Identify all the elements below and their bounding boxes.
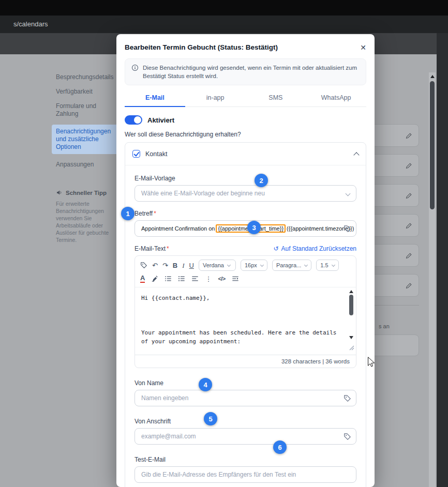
sidebar-item-forms-payment[interactable]: Formulare und Zahlung — [56, 102, 117, 118]
editor-stats: 328 characters | 36 words — [135, 355, 356, 368]
sidebar-item-customizations[interactable]: Anpassungen — [56, 161, 117, 169]
chevron-down-icon — [346, 191, 351, 196]
enabled-label: Aktiviert — [147, 116, 174, 124]
annotation-badge-4: 4 — [199, 378, 212, 391]
subject-label: Betreff* — [135, 210, 356, 217]
font-family-select[interactable]: Verdana — [199, 260, 236, 271]
tag-icon[interactable] — [140, 262, 147, 269]
screen: s/calendars Besprechungsdetails Verfügba… — [0, 0, 448, 487]
chevron-up-icon[interactable] — [353, 152, 359, 158]
subject-input[interactable]: Appointment Confirmation on {{appointmen… — [135, 220, 356, 237]
tag-icon[interactable] — [344, 225, 351, 234]
editor-scrollbar[interactable] — [348, 290, 354, 346]
email-body-editor: ↶ ↷ B I U Verdana 16px Paragra... — [135, 255, 356, 368]
underline-button[interactable]: U — [189, 262, 194, 269]
right-frame — [437, 33, 448, 487]
chevron-down-icon — [260, 263, 264, 266]
edit-pencil-icon[interactable] — [406, 222, 412, 231]
annotation-badge-2: 2 — [255, 174, 268, 187]
from-address-inputbox — [135, 428, 356, 445]
annotation-badge-5: 5 — [204, 412, 217, 425]
highlighter-icon[interactable] — [151, 275, 158, 282]
from-name-input[interactable] — [141, 394, 350, 402]
body-label: E-Mail-Text* — [135, 245, 169, 252]
redo-icon[interactable]: ↷ — [162, 262, 168, 269]
tab-sms[interactable]: SMS — [246, 90, 306, 106]
text-color-button[interactable]: A — [140, 275, 145, 283]
edit-notification-modal: Bearbeiten Termin Gebucht (Status: Bestä… — [116, 34, 375, 487]
edit-pencil-icon[interactable] — [406, 192, 412, 201]
annotation-badge-1: 1 — [121, 207, 135, 220]
from-address-label: Von Anschrift — [135, 418, 356, 425]
tag-icon[interactable] — [344, 394, 351, 404]
tab-email[interactable]: E-Mail — [125, 90, 185, 107]
close-icon[interactable]: ✕ — [360, 44, 366, 51]
modal-title: Bearbeiten Termin Gebucht (Status: Bestä… — [125, 43, 278, 51]
info-icon — [131, 64, 139, 80]
from-name-inputbox — [135, 390, 356, 406]
megaphone-icon — [56, 189, 63, 196]
body-label-row: E-Mail-Text* ↺ Auf Standard Zurücksetzen — [135, 245, 356, 252]
bold-button[interactable]: B — [173, 262, 177, 269]
browser-topbar — [0, 0, 448, 16]
recipient-question: Wer soll diese Benachrichtigung erhalten… — [125, 131, 366, 138]
more-options-icon[interactable]: ⋮ — [205, 276, 212, 282]
sidebar-item-meeting-details[interactable]: Besprechungsdetails — [56, 73, 117, 81]
scroll-up-arrow-icon[interactable] — [349, 290, 353, 293]
channel-tabs: E-Mail in-app SMS WhatsApp — [125, 90, 366, 107]
from-address-input[interactable] — [141, 433, 350, 440]
editor-content[interactable]: Hi {{contact.name}}, Your appointment ha… — [135, 287, 356, 355]
bullet-list-icon[interactable] — [165, 275, 172, 282]
required-marker: * — [154, 210, 156, 217]
editor-toolbar-row2: A ⋮ </> — [135, 273, 356, 287]
test-email-label: Test-E-Mail — [135, 456, 356, 463]
enabled-toggle[interactable] — [125, 115, 142, 125]
contact-label: Kontakt — [145, 150, 167, 158]
tab-whatsapp[interactable]: WhatsApp — [306, 90, 366, 106]
contact-checkbox[interactable] — [132, 150, 140, 158]
edit-pencil-icon[interactable] — [406, 282, 412, 291]
subject-prefix: Appointment Confirmation on — [141, 225, 215, 232]
tab-in-app[interactable]: in-app — [185, 90, 246, 106]
email-template-select[interactable]: Wähle eine E-Mail-Vorlage oder beginne n… — [135, 185, 356, 202]
contact-accordion-header[interactable]: Kontakt — [125, 143, 366, 165]
code-view-button[interactable]: </> — [218, 276, 225, 282]
scroll-down-arrow-icon[interactable] — [349, 336, 353, 339]
page-scrollbar[interactable] — [429, 72, 436, 487]
sidebar-item-availability[interactable]: Verfügbarkeit — [56, 88, 117, 96]
scrollbar-thumb[interactable] — [349, 295, 353, 315]
italic-button[interactable]: I — [182, 262, 184, 269]
tag-icon[interactable] — [344, 433, 351, 442]
info-banner: Diese Benachrichtigung wird gesendet, we… — [125, 58, 366, 85]
edit-pencil-icon[interactable] — [406, 252, 412, 261]
sidebar-item-notifications[interactable]: Benachrichtigungen und zusätzliche Optio… — [52, 125, 118, 154]
template-placeholder: Wähle eine E-Mail-Vorlage oder beginne n… — [141, 190, 265, 197]
align-left-icon[interactable] — [191, 275, 199, 282]
template-label: E-Mail-Vorlage — [135, 175, 356, 182]
edit-pencil-icon[interactable] — [406, 162, 412, 171]
line-height-select[interactable]: 1.5 — [316, 260, 338, 271]
contact-accordion-body: E-Mail-Vorlage Wähle eine E-Mail-Vorlage… — [125, 165, 366, 487]
enabled-row: Aktiviert — [125, 115, 366, 125]
editor-line: Hi {{contact.name}}, — [141, 294, 342, 302]
horizontal-rule-icon[interactable] — [232, 275, 239, 282]
numbered-list-icon[interactable] — [178, 275, 185, 282]
scrollbar-thumb[interactable] — [430, 81, 435, 209]
test-email-input[interactable] — [141, 471, 350, 478]
mouse-cursor-icon — [367, 357, 376, 370]
font-size-select[interactable]: 16px — [241, 260, 267, 271]
test-email-group: Test-E-Mail — [135, 456, 356, 483]
scroll-up-arrow-icon[interactable] — [430, 75, 435, 78]
reset-to-default-link[interactable]: ↺ Auf Standard Zurücksetzen — [274, 245, 356, 252]
chevron-down-icon — [227, 263, 231, 266]
annotation-badge-6: 6 — [273, 440, 287, 454]
quick-tip: Schneller Tipp Für erweiterte Benachrich… — [56, 189, 117, 244]
breadcrumb: s/calendars — [13, 20, 48, 28]
required-marker: * — [167, 245, 169, 252]
quick-tip-title: Schneller Tipp — [66, 190, 107, 196]
paragraph-style-select[interactable]: Paragra... — [272, 260, 311, 271]
edit-pencil-icon[interactable] — [406, 132, 412, 141]
editor-toolbar-row1: ↶ ↷ B I U Verdana 16px Paragra... — [135, 256, 356, 273]
undo-icon[interactable]: ↶ — [152, 262, 158, 269]
resize-handle-icon[interactable] — [349, 344, 354, 353]
